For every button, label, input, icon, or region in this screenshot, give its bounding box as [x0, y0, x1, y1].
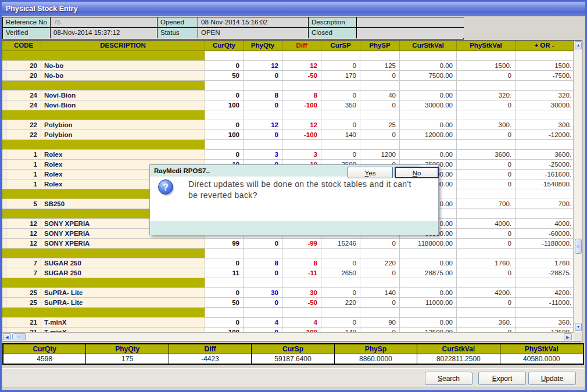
cell-curstkval[interactable]: 0.00 — [400, 150, 457, 159]
cell-code[interactable]: 24 — [6, 100, 41, 110]
cell-curstkval[interactable]: 12500.00 — [400, 328, 457, 332]
cell-code[interactable]: 20 — [6, 71, 41, 80]
cell-phyqty[interactable]: 0 — [244, 100, 282, 110]
closed-field[interactable] — [357, 28, 464, 38]
row-selector[interactable] — [2, 130, 6, 139]
row-selector[interactable] — [2, 71, 6, 80]
search-button[interactable]: Search — [425, 372, 473, 385]
cell-physp[interactable]: 0 — [360, 239, 400, 248]
cell-code[interactable]: 12 — [6, 219, 41, 228]
export-button[interactable]: Export — [478, 372, 526, 385]
cell-code[interactable]: 7 — [6, 268, 41, 278]
cell-curqty[interactable]: 11 — [205, 268, 244, 278]
cell-physp[interactable]: 125 — [360, 61, 400, 70]
cell-curstkval[interactable]: 1188000.00 — [400, 239, 457, 248]
cell-phystkval[interactable]: 0 — [457, 328, 516, 332]
cell-plusorminus[interactable]: -25000. — [516, 160, 574, 169]
cell-desc[interactable]: Novi-Bion — [41, 91, 205, 100]
cell-code[interactable]: 24 — [6, 91, 41, 100]
table-row[interactable]: 7SUGAR 25008802200.001760.1760. — [2, 258, 574, 268]
column-header-plusorminus[interactable]: + OR - — [516, 41, 574, 51]
cell-desc[interactable]: No-bo — [41, 61, 205, 70]
cell-desc[interactable]: T-minX — [41, 328, 205, 332]
cell-curqty[interactable]: 50 — [205, 298, 244, 307]
status-field[interactable]: OPEN — [198, 28, 309, 38]
cell-plusorminus[interactable]: -60000. — [516, 229, 574, 238]
row-selector[interactable] — [2, 61, 6, 70]
cell-plusorminus[interactable]: -161600. — [516, 170, 574, 179]
table-row[interactable]: 21T-minX1000-100140012500.000-12500. — [2, 328, 574, 332]
cell-code[interactable]: 1 — [6, 150, 41, 159]
cell-phystkval[interactable]: 320. — [457, 91, 516, 100]
cell-curqty[interactable]: 0 — [205, 61, 244, 70]
cell-curqty[interactable]: 99 — [205, 239, 244, 248]
cell-diff[interactable]: 8 — [282, 91, 321, 100]
cell-physp[interactable]: 140 — [360, 288, 400, 297]
cell-curqty[interactable]: 50 — [205, 71, 244, 80]
cell-plusorminus[interactable]: 300. — [516, 120, 574, 130]
table-row[interactable]: 22Polybion012120250.00300.300. — [2, 120, 574, 130]
cell-cursp[interactable]: 140 — [321, 328, 360, 332]
cell-diff[interactable]: -50 — [282, 298, 321, 307]
table-row[interactable]: 1Rolex033012000.003600.3600. — [2, 150, 574, 160]
cell-curqty[interactable]: 100 — [205, 100, 244, 110]
cell-curstkval[interactable]: 30000.00 — [400, 100, 457, 110]
cell-diff[interactable]: 3 — [282, 150, 321, 159]
cell-plusorminus[interactable]: 320. — [516, 91, 574, 100]
scroll-down-button[interactable]: ▼ — [575, 323, 582, 331]
yes-button[interactable]: Yes — [348, 167, 393, 178]
cell-cursp[interactable]: 0 — [321, 91, 360, 100]
row-selector[interactable] — [2, 328, 6, 332]
cell-phystkval[interactable]: 700. — [457, 199, 516, 208]
cell-plusorminus[interactable]: -1188000. — [516, 239, 574, 248]
cell-plusorminus[interactable]: -28875. — [516, 268, 574, 278]
table-row[interactable]: 24Novi-Bion0880400.00320.320. — [2, 91, 574, 100]
description-field[interactable] — [357, 17, 464, 28]
vertical-scroll-thumb[interactable]: ☰ — [575, 239, 582, 254]
table-row[interactable]: 25SuPRA- Lite500-50220011000.000-11000. — [2, 298, 574, 308]
cell-diff[interactable]: 8 — [282, 258, 321, 268]
row-selector[interactable] — [2, 318, 6, 327]
cell-phystkval[interactable]: 1760. — [457, 258, 516, 268]
cell-plusorminus[interactable]: -12000. — [516, 130, 574, 139]
cell-diff[interactable]: 30 — [282, 288, 321, 297]
cell-curstkval[interactable]: 12000.00 — [400, 130, 457, 139]
cell-diff[interactable]: 12 — [282, 61, 321, 70]
cell-phyqty[interactable]: 0 — [244, 268, 282, 278]
cell-curqty[interactable]: 0 — [205, 91, 244, 100]
horizontal-scrollbar[interactable]: ◀ ⦀⦀ ▶ — [2, 332, 574, 341]
cell-curqty[interactable]: 100 — [205, 130, 244, 139]
cell-plusorminus[interactable]: 700. — [516, 199, 574, 208]
row-selector[interactable] — [2, 298, 6, 307]
cell-diff[interactable]: -99 — [282, 239, 321, 248]
column-header-curstkval[interactable]: CurStkVal — [400, 41, 457, 51]
scroll-right-button[interactable]: ▶ — [564, 333, 572, 340]
cell-phystkval[interactable]: 0 — [457, 130, 516, 139]
column-header-cursp[interactable]: CurSP — [321, 41, 360, 51]
cell-diff[interactable]: -11 — [282, 268, 321, 278]
cell-cursp[interactable]: 2650 — [321, 268, 360, 278]
cell-code[interactable]: 7 — [6, 258, 41, 268]
cell-plusorminus[interactable]: 3600. — [516, 150, 574, 159]
cell-diff[interactable]: 12 — [282, 120, 321, 130]
row-selector[interactable] — [2, 179, 6, 189]
table-row[interactable]: 25SuPRA- Lite0303001400.004200.4200. — [2, 288, 574, 298]
cell-plusorminus[interactable]: -11000. — [516, 298, 574, 307]
column-header-physp[interactable]: PhySP — [360, 41, 400, 51]
cell-cursp[interactable]: 0 — [321, 318, 360, 327]
cell-code[interactable]: 22 — [6, 120, 41, 130]
cell-physp[interactable]: 0 — [360, 268, 400, 278]
cell-phystkval[interactable]: 0 — [457, 239, 516, 248]
cell-phyqty[interactable]: 0 — [244, 239, 282, 248]
cell-code[interactable]: 25 — [6, 288, 41, 297]
cell-desc[interactable]: SUGAR 250 — [41, 268, 205, 278]
row-selector[interactable] — [2, 199, 6, 208]
cell-phystkval[interactable]: 3600. — [457, 150, 516, 159]
scroll-up-button[interactable]: ▲ — [575, 41, 582, 49]
verified-field[interactable]: 08-Nov-2014 15:37:12 — [51, 28, 158, 38]
cell-code[interactable]: 25 — [6, 298, 41, 307]
cell-desc[interactable]: SuPRA- Lite — [41, 288, 205, 297]
cell-phyqty[interactable]: 0 — [244, 130, 282, 139]
cell-code[interactable]: 1 — [6, 160, 41, 169]
column-header-phystkval[interactable]: PhyStkVal — [457, 41, 516, 51]
